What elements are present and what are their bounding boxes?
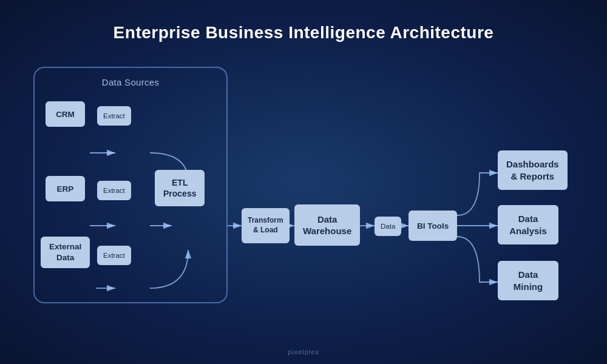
transform-load-node: Transform & Load <box>242 208 290 243</box>
external-data-node: External Data <box>41 237 90 268</box>
data-analysis-node: Data Analysis <box>498 205 558 244</box>
erp-node: ERP <box>46 176 85 201</box>
extract2-node: Extract <box>97 181 131 200</box>
page-title: Enterprise Business Intelligence Archite… <box>0 0 607 42</box>
data-mining-node: Data Mining <box>498 261 558 300</box>
bi-tools-node: BI Tools <box>409 211 457 241</box>
data-sources-wrapper: Data Sources CRM Extract ERP Extract Ext… <box>33 67 228 303</box>
data-warehouse-node: Data Warehouse <box>294 204 360 246</box>
page: Enterprise Business Intelligence Archite… <box>0 0 607 364</box>
dashboards-node: Dashboards & Reports <box>498 150 568 190</box>
data-node: Data <box>375 217 401 236</box>
extract1-node: Extract <box>97 106 131 126</box>
extract3-node: Extract <box>97 246 131 265</box>
etl-process-node: ETL Process <box>155 170 205 206</box>
diagram: Data Sources CRM Extract ERP Extract Ext… <box>0 61 607 340</box>
data-sources-label: Data Sources <box>44 77 217 87</box>
footer-label: pixelplex <box>0 348 607 356</box>
crm-node: CRM <box>46 101 85 127</box>
